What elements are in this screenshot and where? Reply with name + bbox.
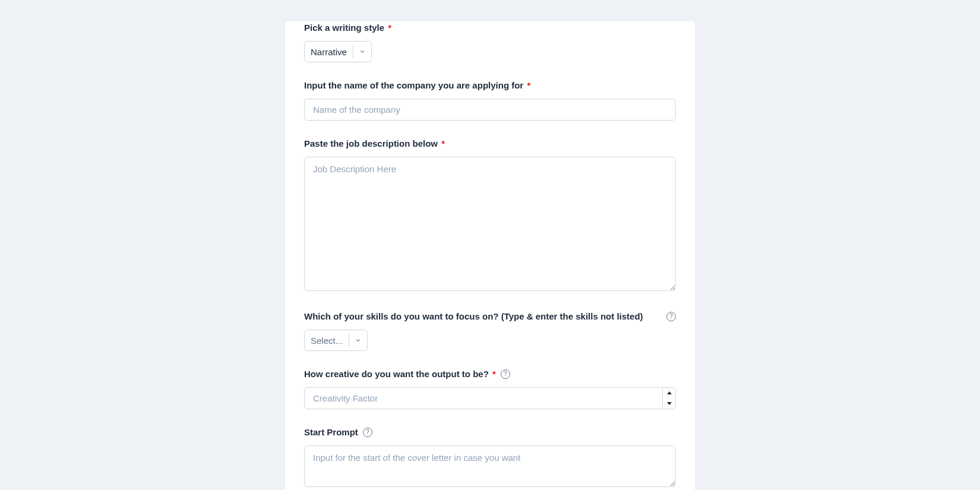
label-text: Paste the job description below: [304, 138, 438, 148]
writing-style-select[interactable]: Narrative: [304, 41, 372, 62]
label-text: How creative do you want the output to b…: [304, 369, 489, 379]
start-prompt-textarea[interactable]: [304, 445, 676, 487]
skills-group: Which of your skills do you want to focu…: [304, 310, 676, 351]
label-text: Input the name of the company you are ap…: [304, 80, 523, 90]
help-icon[interactable]: ?: [501, 369, 510, 379]
required-asterisk: *: [388, 23, 391, 33]
help-icon[interactable]: ?: [363, 428, 372, 437]
job-description-group: Paste the job description below *: [304, 137, 676, 293]
writing-style-label: Pick a writing style *: [304, 21, 676, 34]
help-icon[interactable]: ?: [666, 312, 676, 321]
required-asterisk: *: [527, 80, 530, 90]
required-asterisk: *: [441, 138, 445, 148]
company-name-label: Input the name of the company you are ap…: [304, 79, 676, 91]
label-text: Pick a writing style: [304, 23, 384, 33]
skills-select[interactable]: Select...: [304, 330, 368, 351]
start-prompt-group: Start Prompt ?: [304, 426, 676, 489]
stepper-up-button[interactable]: [663, 388, 675, 399]
company-name-group: Input the name of the company you are ap…: [304, 79, 676, 121]
creativity-input[interactable]: [304, 387, 676, 409]
required-asterisk: *: [492, 369, 496, 379]
skills-label: Which of your skills do you want to focu…: [304, 310, 676, 323]
chevron-down-icon: [349, 330, 367, 350]
company-name-input[interactable]: [304, 99, 676, 121]
writing-style-group: Pick a writing style * Narrative: [304, 21, 676, 62]
label-text: Which of your skills do you want to focu…: [304, 310, 643, 323]
creativity-input-wrap: [304, 387, 676, 409]
creativity-stepper: [662, 388, 675, 409]
select-placeholder: Select...: [305, 330, 349, 350]
caret-up-icon: [667, 391, 672, 394]
select-value: Narrative: [305, 42, 353, 62]
form-card: Pick a writing style * Narrative Input t…: [285, 21, 695, 490]
creativity-label: How creative do you want the output to b…: [304, 368, 676, 380]
job-description-textarea[interactable]: [304, 157, 676, 291]
chevron-down-icon: [353, 42, 371, 62]
start-prompt-label: Start Prompt ?: [304, 426, 676, 438]
label-text: Start Prompt: [304, 426, 358, 438]
creativity-group: How creative do you want the output to b…: [304, 368, 676, 409]
job-description-label: Paste the job description below *: [304, 137, 676, 150]
caret-down-icon: [667, 402, 672, 405]
stepper-down-button[interactable]: [663, 399, 675, 409]
